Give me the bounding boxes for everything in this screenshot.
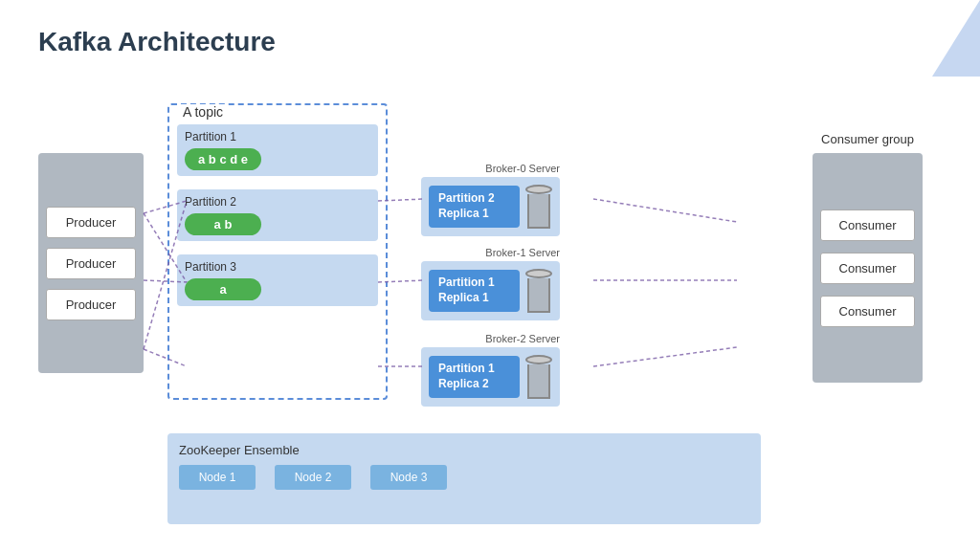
partition-3-block: Partition 3 a [177, 254, 378, 306]
broker-0-section: Broker-0 Server Partition 2 Replica 1 [421, 163, 560, 236]
zk-node-1: Node 1 [179, 465, 256, 490]
broker-1-label: Broker-1 Server [421, 247, 560, 258]
partition-2-data: a b [185, 213, 261, 235]
partitions-section: Partition 1 a b c d e Partition 2 a b Pa… [177, 124, 378, 320]
producer-box-2: Producer [46, 248, 136, 279]
partition-3-data: a [185, 278, 261, 300]
page-title: Kafka Architecture [38, 27, 276, 57]
producers-column: Producer Producer Producer [38, 153, 144, 373]
zk-node-3: Node 3 [370, 465, 447, 490]
broker-1-replica: Partition 1 Replica 1 [429, 270, 520, 311]
consumer-box-1: Consumer [820, 209, 915, 241]
zookeeper-section: ZooKeeper Ensemble Node 1 Node 2 Node 3 [167, 433, 761, 524]
deco-shape [923, 0, 980, 77]
zk-nodes: Node 1 Node 2 Node 3 [179, 465, 749, 490]
producer-box-3: Producer [46, 289, 136, 320]
broker-2-bg: Partition 1 Replica 2 [421, 347, 560, 407]
consumer-group-label: Consumer group [813, 132, 923, 146]
consumer-box-3: Consumer [820, 296, 915, 327]
cylinder-0 [527, 185, 552, 229]
broker-0-label: Broker-0 Server [421, 163, 560, 174]
partition-1-data: a b c d e [185, 148, 261, 170]
broker-2-label: Broker-2 Server [421, 333, 560, 344]
broker-0-replica: Partition 2 Replica 1 [429, 186, 520, 227]
broker-1-section: Broker-1 Server Partition 1 Replica 1 [421, 247, 560, 320]
svg-line-12 [593, 347, 737, 366]
svg-line-10 [593, 199, 737, 222]
zookeeper-label: ZooKeeper Ensemble [179, 443, 749, 457]
cylinder-1 [527, 269, 552, 313]
producer-box-1: Producer [46, 207, 136, 238]
broker-1-bg: Partition 1 Replica 1 [421, 261, 560, 320]
partition-2-title: Partition 2 [185, 195, 370, 209]
partition-2-block: Partition 2 a b [177, 189, 378, 241]
zk-node-2: Node 2 [275, 465, 351, 490]
svg-marker-0 [932, 0, 980, 77]
partition-1-block: Partition 1 a b c d e [177, 124, 378, 176]
broker-2-section: Broker-2 Server Partition 1 Replica 2 [421, 333, 560, 407]
partition-3-title: Partition 3 [185, 260, 370, 274]
consumers-column: Consumer Consumer Consumer [813, 153, 923, 383]
cylinder-2 [527, 355, 552, 399]
partition-1-title: Partition 1 [185, 130, 370, 143]
broker-2-replica: Partition 1 Replica 2 [429, 356, 520, 397]
consumer-box-2: Consumer [820, 253, 915, 284]
topic-label: A topic [179, 104, 227, 120]
broker-0-bg: Partition 2 Replica 1 [421, 177, 560, 236]
